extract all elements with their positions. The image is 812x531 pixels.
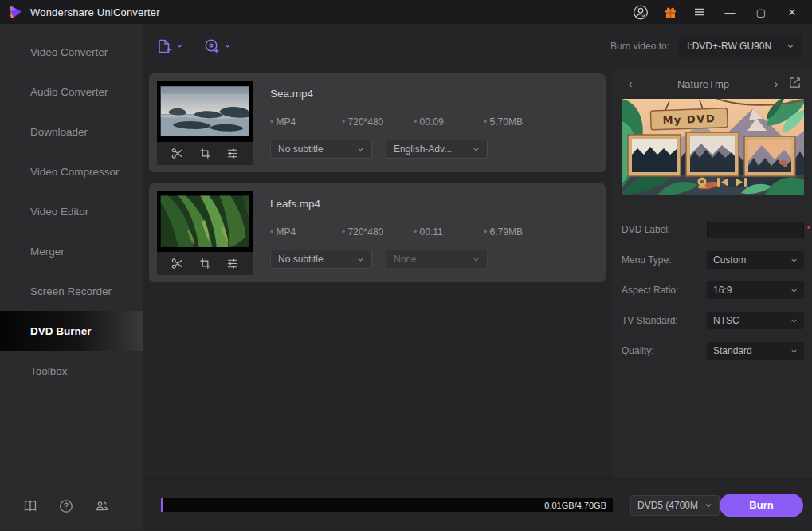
chevron-down-icon	[473, 146, 480, 153]
file-meta: MP4 720*480 00:11 6.79MB	[270, 226, 598, 238]
template-edit-icon[interactable]	[788, 76, 804, 92]
quality-label: Quality:	[622, 345, 707, 356]
crop-icon[interactable]	[198, 147, 212, 160]
thumbnail-toolbar	[157, 142, 253, 165]
titlebar: Wondershare UniConverter	[0, 0, 812, 24]
file-name: Leafs.mp4	[270, 198, 598, 210]
file-name: Sea.mp4	[270, 88, 598, 100]
file-format: MP4	[270, 226, 342, 238]
thumbnail-toolbar	[157, 252, 253, 275]
gift-icon[interactable]	[662, 4, 678, 20]
template-next-icon[interactable]: ›	[767, 77, 785, 90]
file-card-leafs[interactable]: Leafs.mp4 MP4 720*480 00:11 6.79MB No su…	[149, 183, 606, 282]
file-size: 6.79MB	[484, 226, 555, 238]
file-resolution: 720*480	[342, 116, 414, 128]
chevron-down-icon	[790, 287, 798, 294]
subtitle-select[interactable]: No subtitle	[270, 250, 372, 269]
add-files-button[interactable]	[156, 38, 183, 54]
account-avatar-icon[interactable]	[633, 4, 649, 20]
dvd-label-input[interactable]	[707, 222, 804, 238]
sidebar: Video Converter Audio Converter Download…	[0, 24, 143, 531]
sidebar-item-screen-recorder[interactable]: Screen Recorder	[0, 271, 143, 311]
chevron-down-icon	[787, 42, 794, 50]
chevron-down-icon	[176, 42, 183, 49]
chevron-down-icon	[357, 146, 364, 153]
chevron-down-icon	[357, 256, 364, 263]
user-guide-book-icon[interactable]	[23, 499, 37, 513]
file-size: 5.70MB	[484, 116, 555, 128]
sidebar-item-downloader[interactable]: Downloader	[0, 112, 143, 151]
maximize-button[interactable]: ▢	[752, 6, 770, 18]
burn-device-select[interactable]: I:DVD+-RW GU90N	[679, 35, 802, 57]
load-disc-button[interactable]	[204, 38, 231, 54]
bottom-bar: 0.01GB/4.70GB DVD5 (4700M Burn	[143, 478, 812, 531]
file-resolution: 720*480	[342, 226, 414, 238]
effects-settings-icon[interactable]	[226, 147, 239, 160]
minimize-button[interactable]: —	[721, 6, 739, 18]
sidebar-item-dvd-burner[interactable]: DVD Burner	[0, 311, 143, 351]
chevron-down-icon	[224, 42, 231, 49]
audio-track-select[interactable]: None	[386, 250, 488, 269]
file-duration: 00:11	[414, 226, 484, 238]
sidebar-item-video-compressor[interactable]: Video Compressor	[0, 151, 143, 191]
file-list: Sea.mp4 MP4 720*480 00:09 5.70MB No subt…	[143, 68, 613, 478]
file-card-sea[interactable]: Sea.mp4 MP4 720*480 00:09 5.70MB No subt…	[149, 73, 606, 172]
menu-type-select[interactable]: Custom	[707, 251, 804, 269]
quality-select[interactable]: Standard	[707, 342, 804, 360]
menu-icon[interactable]	[692, 4, 708, 20]
trim-scissors-icon[interactable]	[171, 257, 184, 270]
tv-standard-label: TV Standard:	[622, 315, 707, 326]
sidebar-item-audio-converter[interactable]: Audio Converter	[0, 72, 143, 112]
effects-settings-icon[interactable]	[226, 257, 239, 270]
video-thumbnail-leafs	[157, 191, 253, 252]
template-name: NatureTmp	[639, 78, 767, 90]
chevron-down-icon	[790, 348, 798, 355]
file-format: MP4	[270, 116, 342, 128]
burn-button[interactable]: Burn	[720, 494, 803, 517]
file-duration: 00:09	[414, 116, 484, 128]
dvd-menu-preview[interactable]: My DVD	[622, 99, 804, 195]
sidebar-item-video-converter[interactable]: Video Converter	[0, 32, 143, 72]
app-title: Wondershare UniConverter	[30, 6, 160, 18]
aspect-ratio-select[interactable]: 16:9	[707, 281, 804, 299]
burn-video-to-label: Burn video to:	[610, 41, 669, 52]
dvd-menu-title-text: My DVD	[662, 112, 716, 126]
disc-capacity-bar: 0.01GB/4.70GB	[161, 498, 613, 512]
sidebar-item-toolbox[interactable]: Toolbox	[0, 351, 143, 391]
community-icon[interactable]	[95, 499, 109, 513]
subtitle-select[interactable]: No subtitle	[270, 140, 372, 159]
crop-icon[interactable]	[198, 257, 212, 270]
menu-type-label: Menu Type:	[622, 254, 707, 266]
sidebar-footer	[0, 482, 143, 531]
trim-scissors-icon[interactable]	[171, 147, 184, 160]
chevron-down-icon	[704, 502, 712, 509]
close-button[interactable]: ✕	[783, 6, 801, 18]
burn-device-value: I:DVD+-RW GU90N	[687, 41, 787, 52]
disc-capacity-text: 0.01GB/4.70GB	[544, 501, 606, 510]
required-mark: •	[807, 222, 810, 234]
app-logo-icon	[8, 4, 24, 20]
video-thumbnail-sea	[157, 81, 253, 142]
tv-standard-select[interactable]: NTSC	[707, 312, 804, 329]
chevron-down-icon	[790, 257, 798, 264]
disc-capacity-fill	[161, 498, 163, 512]
toolbar: Burn video to: I:DVD+-RW GU90N	[143, 24, 812, 68]
audio-track-select[interactable]: English-Adv...	[386, 140, 488, 159]
app-window: Wondershare UniConverter	[0, 0, 812, 531]
sidebar-item-video-editor[interactable]: Video Editor	[0, 191, 143, 231]
dvd-settings-panel: ‹ NatureTmp ›	[613, 68, 812, 478]
chevron-down-icon	[473, 256, 480, 263]
template-prev-icon[interactable]: ‹	[622, 77, 639, 90]
disc-type-select[interactable]: DVD5 (4700M	[630, 495, 720, 516]
chevron-down-icon	[790, 317, 798, 324]
sidebar-item-merger[interactable]: Merger	[0, 231, 143, 271]
help-icon[interactable]	[59, 499, 73, 513]
file-meta: MP4 720*480 00:09 5.70MB	[270, 116, 598, 128]
aspect-ratio-label: Aspect Ratio:	[622, 285, 707, 296]
dvd-label-label: DVD Label:	[622, 224, 707, 235]
